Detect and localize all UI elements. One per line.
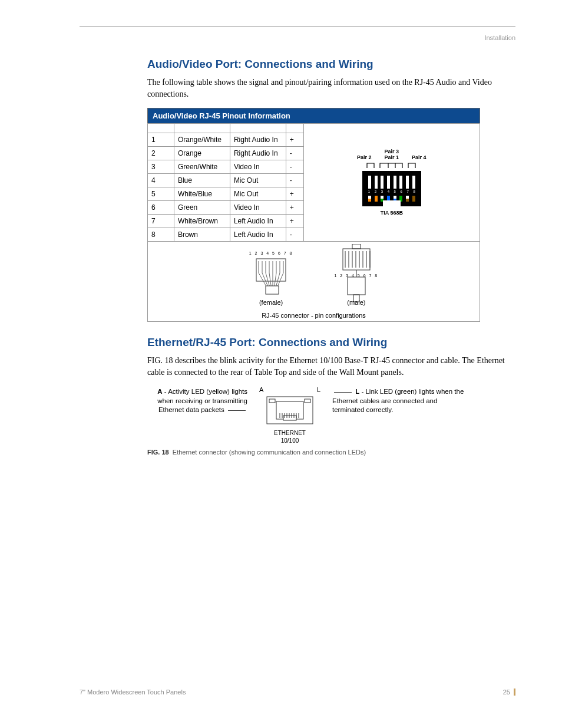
svg-rect-17 xyxy=(266,286,279,294)
svg-rect-18 xyxy=(352,244,361,249)
header-section-label: Installation xyxy=(80,34,515,41)
pair2-label: Pair 2 xyxy=(357,154,372,160)
section1-intro: The following table shows the signal and… xyxy=(147,77,515,100)
tia-diagram-cell: Pair 3 Pair 2 Pair 1 Pair 4 xyxy=(303,124,480,242)
footer-doc-title: 7" Modero Widescreen Touch Panels xyxy=(80,689,186,696)
led-l-description: L - Link LED (green) lights when the Eth… xyxy=(332,386,468,415)
section1-heading: Audio/Video Port: Connections and Wiring xyxy=(147,58,515,71)
pair-brackets-icon xyxy=(362,161,421,169)
rj45-male-icon: 1 2 3 4 5 6 7 8 (male) xyxy=(335,244,379,306)
svg-rect-33 xyxy=(305,399,310,403)
svg-rect-19 xyxy=(343,249,370,270)
footer-page-number: 25 xyxy=(503,689,510,696)
led-a-description: A - Activity LED (yellow) lights when re… xyxy=(147,386,247,415)
page-footer: 7" Modero Widescreen Touch Panels 25 xyxy=(80,689,515,696)
pinout-table-title: Audio/Video RJ-45 Pinout Information xyxy=(148,108,480,124)
section2-intro: FIG. 18 describes the blink activity for… xyxy=(147,355,515,378)
tia-standard-label: TIA 568B xyxy=(357,210,427,216)
connector-caption: RJ-45 connector - pin configurations xyxy=(151,312,476,319)
svg-rect-32 xyxy=(269,399,275,403)
connector-diagram-cell: 1 2 3 4 5 6 7 8 xyxy=(148,242,480,322)
rj45-connector-icon: 12345678 xyxy=(362,171,421,206)
pair3-label: Pair 3 xyxy=(357,149,427,154)
ethernet-figure: A - Activity LED (yellow) lights when re… xyxy=(147,386,515,444)
rj45-female-icon: 1 2 3 4 5 6 7 8 xyxy=(249,251,293,306)
svg-rect-35 xyxy=(283,416,296,420)
svg-rect-28 xyxy=(348,277,365,295)
figure-caption: FIG. 18 Ethernet connector (showing comm… xyxy=(147,449,515,456)
ethernet-port-icon: A L ETHERNET xyxy=(254,386,325,444)
pair4-label: Pair 4 xyxy=(412,154,427,160)
pinout-table: Audio/Video RJ-45 Pinout Information Pai… xyxy=(147,108,480,322)
section2-heading: Ethernet/RJ-45 Port: Connections and Wir… xyxy=(147,336,515,349)
pair1-label: Pair 1 xyxy=(385,154,399,160)
